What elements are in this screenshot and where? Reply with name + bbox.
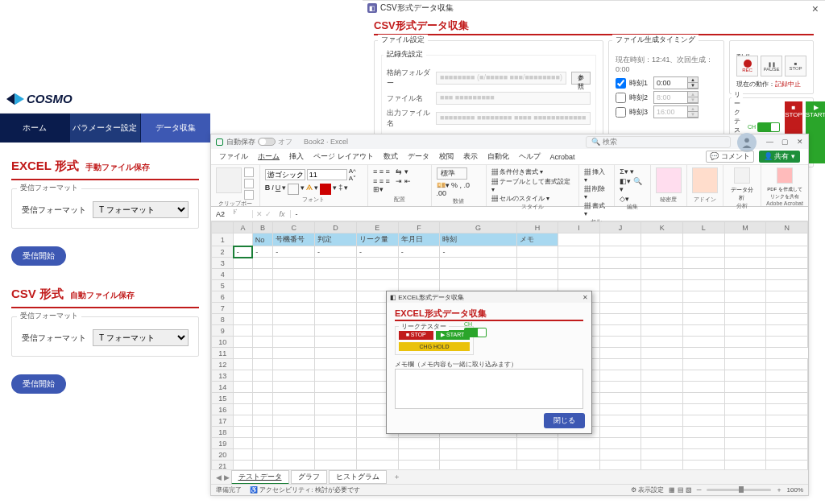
cells-insert[interactable]: ▦ 挿入 ▾ <box>584 167 610 184</box>
formula-bar[interactable]: - <box>291 210 808 218</box>
csv-format-select[interactable]: T フォーマット <box>93 329 189 346</box>
add-sheet-icon[interactable]: ＋ <box>388 472 405 482</box>
search-input[interactable]: 🔍 検索 <box>586 136 731 148</box>
excel-icon <box>216 138 223 146</box>
filename-field: ■■■ ■■■■■■■■■ <box>436 92 591 105</box>
spinner-up[interactable]: ▲ <box>688 77 698 83</box>
min-icon[interactable]: — <box>766 138 773 146</box>
menu-help[interactable]: ヘルプ <box>519 151 541 162</box>
browse-button[interactable]: 参照 <box>571 72 591 85</box>
menu-review[interactable]: 校閲 <box>439 151 454 162</box>
csv-window: ◧CSV形式データ収集× CSV形式データ収集 ファイル設定 記録先設定 格納フ… <box>363 0 825 130</box>
app-icon: ◧ <box>367 3 377 13</box>
svg-marker-0 <box>6 93 15 105</box>
menu-formula[interactable]: 数式 <box>383 151 398 162</box>
cell-style[interactable]: ▦ セルのスタイル ▾ <box>491 194 549 203</box>
time2-check[interactable] <box>616 93 626 103</box>
font-size[interactable] <box>307 169 347 180</box>
folder-field: ■■■■■■■■ (■/■■■■■ ■■■/■■■■■■■■) <box>436 72 566 85</box>
sensitivity-icon[interactable] <box>656 167 682 193</box>
dialog-close-button[interactable]: 閉じる <box>544 413 585 428</box>
svg-marker-1 <box>15 93 24 105</box>
autosave-toggle[interactable] <box>258 138 276 146</box>
tab-home[interactable]: ホーム <box>0 114 69 143</box>
menu-data[interactable]: データ <box>408 151 429 162</box>
pdf-icon[interactable] <box>777 167 793 184</box>
menu-view[interactable]: 表示 <box>463 151 478 162</box>
menu-acrobat[interactable]: Acrobat <box>550 153 575 161</box>
memo-textarea[interactable] <box>395 369 583 409</box>
rec-button[interactable]: REC <box>736 56 758 76</box>
tab-parameter[interactable]: パラメーター設定 <box>69 114 140 143</box>
dlg-hold-button[interactable]: CHG HOLD <box>399 342 470 351</box>
avatar[interactable] <box>737 133 757 152</box>
table-format[interactable]: ▦ テーブルとして書式設定 ▾ <box>491 177 574 193</box>
csv-section-title: CSV 形式自動ファイル保存 <box>11 287 199 302</box>
spinner-down[interactable]: ▼ <box>688 83 698 89</box>
dialog-close-icon[interactable]: ✕ <box>582 294 588 301</box>
analysis-icon[interactable] <box>734 167 750 184</box>
close-icon[interactable]: ✕ <box>797 138 803 146</box>
csv-heading: CSV形式データ収集 <box>374 19 814 33</box>
menu-home[interactable]: ホーム <box>258 151 280 162</box>
pause-button[interactable]: ❚❚PAUSE <box>761 56 782 76</box>
excel-dialog: ◧ EXCEL形式データ収集✕ EXCEL形式データ収集 リークテスター ■ S… <box>386 291 592 434</box>
sheet-graph[interactable]: グラフ <box>291 470 327 484</box>
dialog-icon: ◧ <box>390 294 396 301</box>
sheet-hist[interactable]: ヒストグラム <box>329 470 387 484</box>
menu-layout[interactable]: ページ レイアウト <box>313 151 374 162</box>
menu-file[interactable]: ファイル <box>219 151 248 162</box>
time1-check[interactable] <box>616 78 626 89</box>
close-icon[interactable]: × <box>812 2 819 15</box>
font-name[interactable] <box>265 169 305 180</box>
excel-format-select[interactable]: T フォーマット <box>93 201 189 218</box>
output-field: ■■■■■■■■ ■■■■■■■■ ■■■■ ■■■■■■■■■■■■ <box>436 112 591 125</box>
excel-start-button[interactable]: 受信開始 <box>11 246 66 266</box>
cut-icon[interactable] <box>244 167 254 177</box>
csv-start-button[interactable]: 受信開始 <box>11 374 66 394</box>
cells-delete[interactable]: ▦ 削除 ▾ <box>584 184 610 200</box>
cond-format[interactable]: ▦ 条件付き書式 ▾ <box>491 167 543 176</box>
comment-button[interactable]: 💬 コメント <box>706 151 754 163</box>
cosmo-panel: COSMO ホーム パラメーター設定 データ収集 EXCEL 形式手動ファイル保… <box>0 85 210 402</box>
dialog-heading: EXCEL形式データ収集 <box>395 308 583 320</box>
addin-icon[interactable] <box>692 167 718 193</box>
ops-pane: 動作 REC ❚❚PAUSE ■STOP 現在の動作：記録中止 <box>729 40 814 94</box>
time3-check[interactable] <box>616 107 626 118</box>
dlg-stop-button[interactable]: ■ STOP <box>399 330 433 340</box>
name-box[interactable]: A2 <box>211 210 253 218</box>
ch-toggle[interactable] <box>757 122 780 132</box>
cosmo-logo: COSMO <box>0 92 79 105</box>
format-painter-icon[interactable] <box>244 190 254 200</box>
paste-icon[interactable] <box>216 167 242 193</box>
number-format[interactable]: 標準 <box>437 167 467 180</box>
dlg-ch-toggle[interactable] <box>464 328 487 337</box>
max-icon[interactable]: ▢ <box>781 138 789 146</box>
sheet-testdata[interactable]: テストデータ <box>231 470 289 485</box>
excel-section-title: EXCEL 形式手動ファイル保存 <box>11 159 199 174</box>
copy-icon[interactable] <box>244 179 254 188</box>
menu-auto[interactable]: 自動化 <box>487 151 509 162</box>
menu-insert[interactable]: 挿入 <box>289 151 304 162</box>
tab-data[interactable]: データ収集 <box>141 114 210 143</box>
ribbon: クリップボード A^ A˅B I U ▾▾ Ѧ▾ ▾ ‡▾フォント ≡ ≡ ≡ … <box>211 165 808 207</box>
stop-button[interactable]: ■STOP <box>785 56 806 76</box>
svg-point-2 <box>744 138 749 143</box>
share-button[interactable]: 👤 共有 ▾ <box>759 151 800 163</box>
